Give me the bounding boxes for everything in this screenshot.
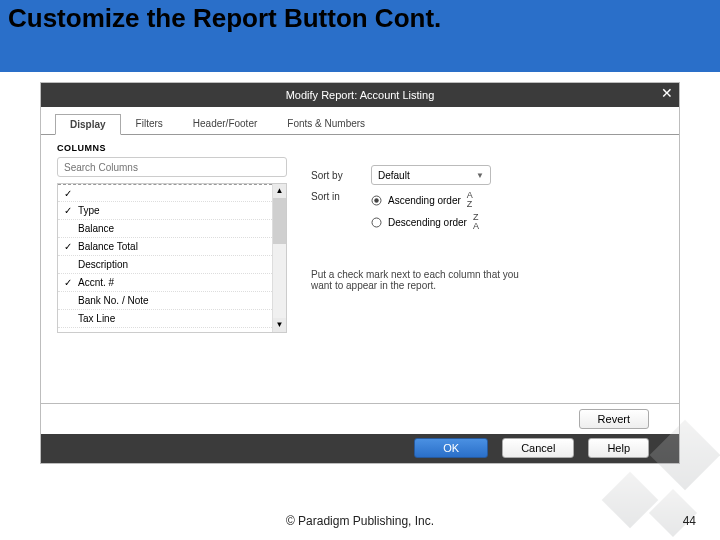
- search-columns-input[interactable]: [57, 157, 287, 177]
- scroll-up-icon[interactable]: ▲: [273, 184, 286, 198]
- tab-bar: Display Filters Header/Footer Fonts & Nu…: [41, 113, 679, 135]
- columns-scrollbar[interactable]: ▲ ▼: [272, 184, 286, 332]
- list-item[interactable]: ✓Accnt. #: [58, 274, 272, 292]
- list-item[interactable]: ✓: [58, 184, 272, 202]
- columns-listbox: ✓ ✓Type Balance ✓Balance Total Descripti…: [57, 183, 287, 333]
- cancel-button[interactable]: Cancel: [502, 438, 574, 458]
- scroll-down-icon[interactable]: ▼: [273, 318, 286, 332]
- list-item[interactable]: Tax Line: [58, 310, 272, 328]
- dialog-body: COLUMNS ✓ ✓Type Balance ✓Balance Total D…: [41, 135, 679, 341]
- revert-button[interactable]: Revert: [579, 409, 649, 429]
- tab-filters[interactable]: Filters: [121, 113, 178, 134]
- columns-panel: COLUMNS ✓ ✓Type Balance ✓Balance Total D…: [57, 143, 287, 333]
- radio-descending[interactable]: Descending order ZA: [371, 213, 479, 231]
- dialog-footer: Revert OK Cancel Help: [41, 403, 679, 463]
- modify-report-dialog: Modify Report: Account Listing ✕ Display…: [40, 82, 680, 464]
- slide-title: Customize the Report Button Cont.: [8, 4, 441, 33]
- sort-in-label: Sort in: [311, 191, 361, 202]
- sort-panel: Sort by Default ▼ Sort in Ascending orde…: [311, 143, 663, 333]
- scroll-thumb[interactable]: [273, 198, 286, 244]
- columns-items: ✓ ✓Type Balance ✓Balance Total Descripti…: [58, 184, 272, 332]
- radio-ascending[interactable]: Ascending order AZ: [371, 191, 479, 209]
- sort-by-label: Sort by: [311, 170, 361, 181]
- list-item[interactable]: ✓Type: [58, 202, 272, 220]
- columns-label: COLUMNS: [57, 143, 287, 153]
- page-number: 44: [683, 514, 696, 528]
- chevron-down-icon: ▼: [476, 171, 484, 180]
- scroll-track[interactable]: [273, 198, 286, 318]
- close-icon[interactable]: ✕: [661, 86, 673, 100]
- columns-hint-text: Put a check mark next to each column tha…: [311, 269, 531, 291]
- copyright-text: © Paradigm Publishing, Inc.: [0, 514, 720, 528]
- list-item[interactable]: Balance: [58, 220, 272, 238]
- tab-fonts-numbers[interactable]: Fonts & Numbers: [272, 113, 380, 134]
- sort-by-select[interactable]: Default ▼: [371, 165, 491, 185]
- sort-asc-icon: AZ: [467, 191, 473, 209]
- sort-desc-icon: ZA: [473, 213, 479, 231]
- slide-root: Customize the Report Button Cont. Modify…: [0, 0, 720, 540]
- svg-point-2: [372, 218, 381, 227]
- dialog-title: Modify Report: Account Listing: [286, 89, 435, 101]
- list-item[interactable]: ✓Balance Total: [58, 238, 272, 256]
- help-button[interactable]: Help: [588, 438, 649, 458]
- tab-display[interactable]: Display: [55, 114, 121, 135]
- radio-unselected-icon: [371, 217, 382, 228]
- dialog-titlebar: Modify Report: Account Listing ✕: [41, 83, 679, 107]
- list-item[interactable]: Bank No. / Note: [58, 292, 272, 310]
- svg-point-1: [374, 198, 378, 202]
- tab-header-footer[interactable]: Header/Footer: [178, 113, 272, 134]
- list-item[interactable]: Description: [58, 256, 272, 274]
- ok-button[interactable]: OK: [414, 438, 488, 458]
- radio-selected-icon: [371, 195, 382, 206]
